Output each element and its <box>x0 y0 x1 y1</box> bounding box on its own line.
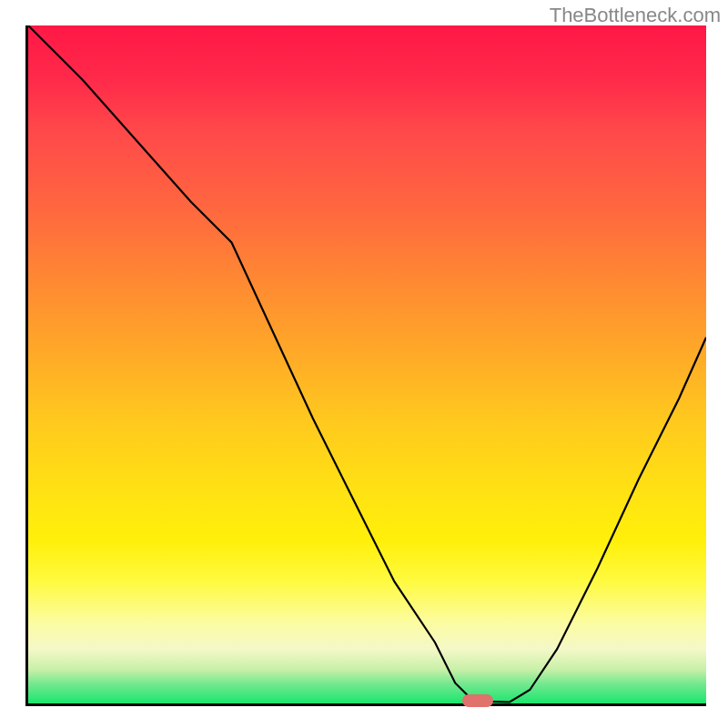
curve-svg <box>28 25 706 703</box>
watermark-text: TheBottleneck.com <box>550 4 721 27</box>
bottleneck-curve-line <box>28 25 706 703</box>
optimal-point-marker <box>462 694 493 707</box>
chart-plot-area <box>25 25 706 706</box>
